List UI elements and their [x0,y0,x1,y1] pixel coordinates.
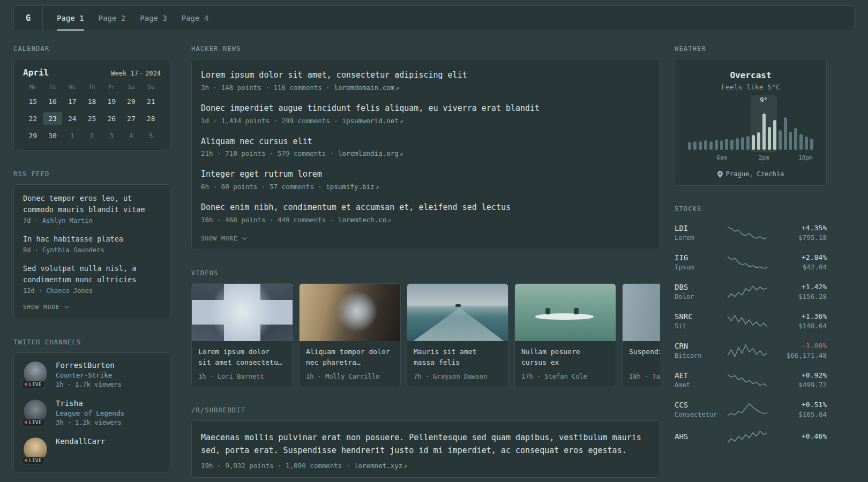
video-card[interactable]: Aliquam tempor dolor nec pharetra… 1h · … [299,283,401,387]
calendar-day: 17 [62,95,82,108]
stock-row[interactable]: DBS Dolor +1.42% $156.28 [675,277,827,306]
tab-page-4[interactable]: Page 4 [182,6,209,31]
weather-bar [720,140,723,150]
video-thumbnail[interactable] [300,284,400,341]
stock-symbol[interactable]: AET [675,371,722,380]
subreddit-post[interactable]: Maecenas mollis pulvinar erat non posuer… [201,431,650,470]
hn-show-more-button[interactable]: SHOW MORE [201,235,650,242]
hn-item[interactable]: Donec imperdiet augue tincidunt felis al… [201,103,650,125]
video-title[interactable]: Suspendisse diam [629,347,660,368]
calendar-day: 27 [122,112,141,125]
avatar-wrap: LIVE [23,437,48,462]
app-logo[interactable]: G [26,13,31,23]
video-title[interactable]: Nullam posuere cursus ex [521,347,609,368]
video-card[interactable]: Suspendisse diam 18h · Tara [622,283,660,387]
top-navigation: G Page 1 Page 2 Page 3 Page 4 [13,5,855,31]
twitch-channel-name[interactable]: ForrestBurton [56,361,122,370]
middle-column: HACKER NEWS Lorem ipsum dolor sit amet, … [191,45,660,482]
calendar-widget: CALENDAR April Week 17·2024 Mo Tu We Th … [13,45,170,151]
twitch-channel-row[interactable]: LIVE KendallCarr [23,437,161,462]
stock-row[interactable]: IIG Ipsum +2.84% $42.04 [675,247,827,277]
hn-domain-link[interactable]: loremdomain.com [334,84,394,92]
stock-row[interactable]: CCS Consectetur +0.51% $165.84 [675,395,827,424]
hn-domain-link[interactable]: ipsumify.biz [326,183,374,191]
rss-item-meta: 8d · Cynthia Saunders [23,246,161,254]
rss-item[interactable]: In hac habitasse platea 8d · Cynthia Sau… [23,234,161,254]
day-header: We [62,84,82,91]
stock-name: Ipsum [675,263,722,271]
hn-item[interactable]: Aliquam nec cursus elit 21h · 710 points… [201,136,650,158]
hn-item-title[interactable]: Aliquam nec cursus elit [201,136,650,148]
weather-bars: 9° [688,110,813,150]
hn-item[interactable]: Donec enim nibh, condimentum et accumsan… [201,202,650,224]
stock-symbol[interactable]: CCS [675,401,722,409]
rss-item-title[interactable]: In hac habitasse platea [23,234,161,245]
video-title[interactable]: Aliquam tempor dolor nec pharetra… [306,347,394,368]
stock-row[interactable]: LDI Lorem +4.35% $795.18 [675,218,827,247]
video-thumbnail[interactable] [192,284,293,341]
weather-bar [709,141,713,150]
hn-domain-link[interactable]: ipsumworld.net [342,117,398,125]
live-label: LIVE [29,458,42,463]
twitch-channel-row[interactable]: LIVE ForrestBurton Counter-Strike 1h · 1… [23,361,161,388]
stock-symbol[interactable]: SNRC [675,312,722,321]
video-card[interactable]: Nullam posuere cursus ex 17h · Stefan Co… [514,283,616,387]
video-thumbnail[interactable] [407,284,508,341]
video-meta: 1h · Lori Barnett [198,373,286,380]
tab-page-3[interactable]: Page 3 [140,6,167,31]
video-title[interactable]: Lorem ipsum dolor sit amet consectetu… [198,347,286,368]
left-column: CALENDAR April Week 17·2024 Mo Tu We Th … [13,45,170,482]
twitch-channel-name[interactable]: KendallCarr [56,437,106,446]
axis-tick-label: 10pm [798,154,813,161]
stock-values: +0.92% $499.72 [773,371,827,389]
hn-meta-text: 16h · 468 points · 440 comments · [201,216,334,224]
hn-item-title[interactable]: Donec imperdiet augue tincidunt felis al… [201,103,650,115]
hn-item[interactable]: Integer eget rutrum lorem 6h · 60 points… [201,169,650,191]
subreddit-domain-link[interactable]: loremnet.xyz [354,462,402,470]
rss-show-more-button[interactable]: SHOW MORE [23,304,161,311]
hn-item-title[interactable]: Donec enim nibh, condimentum et accumsan… [201,202,650,214]
stock-symbol[interactable]: AHS [675,432,722,441]
stock-symbol[interactable]: IIG [675,253,722,262]
video-thumbnail[interactable] [623,284,660,341]
video-thumbnail[interactable] [515,284,616,341]
location-pin-icon [717,171,723,178]
hn-item[interactable]: Lorem ipsum dolor sit amet, consectetur … [201,70,650,92]
tab-page-2[interactable]: Page 2 [99,6,126,31]
rss-item-title[interactable]: Donec tempor eros leo, ut commodo mauris… [23,193,161,215]
video-card[interactable]: Lorem ipsum dolor sit amet consectetu… 1… [191,283,293,387]
video-card[interactable]: Mauris sit amet massa felis 7h · Grayson… [407,283,508,387]
stock-symbol[interactable]: DBS [675,283,722,291]
stock-symbol[interactable]: LDI [675,224,722,232]
hn-item-title[interactable]: Lorem ipsum dolor sit amet, consectetur … [201,70,650,81]
stock-id: CRN Bitcorn [675,342,722,359]
show-more-label: SHOW MORE [23,304,60,311]
hn-item-title[interactable]: Integer eget rutrum lorem [201,169,650,180]
decorative-shape [535,313,594,320]
hn-meta-text: 21h · 710 points · 579 comments · [201,149,334,157]
hn-domain-link[interactable]: loremtech.co [338,216,386,224]
live-label: LIVE [29,382,42,387]
video-card-body: Suspendisse diam 18h · Tara [623,341,660,387]
stock-symbol[interactable]: CRN [675,342,722,350]
twitch-channel-viewers: 1h · 1.7k viewers [56,381,122,388]
stock-row[interactable]: AHS +0.46% [675,424,827,450]
weather-bar [688,142,691,150]
twitch-channel-name[interactable]: Trisha [56,399,124,408]
rss-item[interactable]: Sed volutpat nulla nisl, a condimentum n… [23,263,161,295]
video-title[interactable]: Mauris sit amet massa felis [414,347,502,368]
stock-row[interactable]: SNRC Sit +1.36% $148.64 [675,306,827,336]
weather-bar [752,135,755,150]
rss-item[interactable]: Donec tempor eros leo, ut commodo mauris… [23,193,161,224]
rss-item-title[interactable]: Sed volutpat nulla nisl, a condimentum n… [23,263,161,285]
twitch-channel-row[interactable]: LIVE Trisha League of Legends 3h · 1.2k … [23,399,161,426]
stock-row[interactable]: AET Amet +0.92% $499.72 [675,365,827,395]
stock-values: +0.46% [773,432,827,442]
right-column: WEATHER Overcast Feels like 5°C 9° 6am 2… [675,45,827,469]
hn-domain-link[interactable]: loremlandia.org [338,149,399,157]
stock-row[interactable]: CRN Bitcorn -1.00% $66,171.48 [675,336,827,365]
tab-page-1[interactable]: Page 1 [57,6,84,31]
subreddit-post-title[interactable]: Maecenas mollis pulvinar erat non posuer… [201,431,650,457]
subreddit-widget-title: /R/SUBREDDIT [191,406,660,414]
video-card-body: Mauris sit amet massa felis 7h · Grayson… [407,341,508,387]
